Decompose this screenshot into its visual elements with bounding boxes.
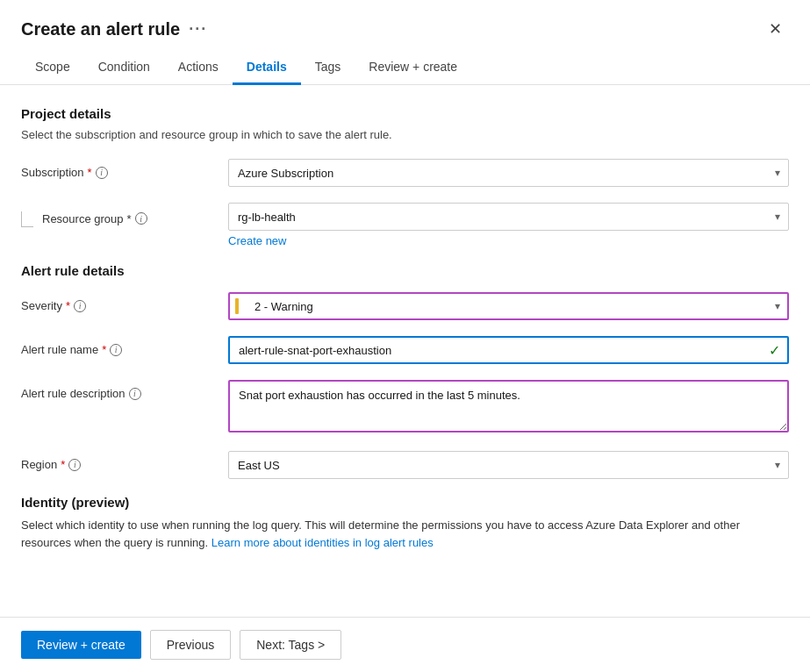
create-new-link[interactable]: Create new: [228, 234, 789, 247]
dialog-footer: Review + create Previous Next: Tags >: [0, 617, 810, 672]
region-control: East US West US East US 2 West Europe ▾: [228, 451, 789, 479]
severity-select-wrap: 0 - Critical 1 - Error 2 - Warning 3 - I…: [228, 292, 789, 320]
next-button[interactable]: Next: Tags >: [240, 630, 341, 660]
severity-select[interactable]: 0 - Critical 1 - Error 2 - Warning 3 - I…: [228, 292, 789, 320]
resource-group-control: rg-lb-health ▾ Create new: [228, 203, 789, 247]
identity-desc: Select which identity to use when runnin…: [21, 517, 789, 551]
subscription-label: Subscription * i: [21, 159, 214, 179]
severity-control: 0 - Critical 1 - Error 2 - Warning 3 - I…: [228, 292, 789, 320]
tabs-container: Scope Condition Actions Details Tags Rev…: [0, 51, 810, 85]
dialog-header: Create an alert rule ··· ✕: [0, 0, 810, 51]
project-details-section: Project details Select the subscription …: [21, 106, 789, 247]
alert-rule-name-control: ✓: [228, 336, 789, 364]
identity-learn-more-link[interactable]: Learn more about identities in log alert…: [211, 536, 434, 549]
tab-scope[interactable]: Scope: [21, 51, 84, 85]
alert-rule-details-section: Alert rule details Severity * i 0 - Crit…: [21, 263, 789, 479]
resource-group-select-wrap: rg-lb-health ▾: [228, 203, 789, 231]
severity-row: Severity * i 0 - Critical 1 - Error 2 - …: [21, 292, 789, 320]
alert-rule-name-required: *: [102, 343, 106, 356]
severity-indicator: [235, 298, 239, 314]
subscription-row: Subscription * i Azure Subscription ▾: [21, 159, 789, 187]
region-select[interactable]: East US West US East US 2 West Europe: [228, 451, 789, 479]
region-info-icon: i: [68, 459, 81, 471]
alert-rule-name-row: Alert rule name * i ✓: [21, 336, 789, 364]
alert-rule-desc-textarea[interactable]: Snat port exhaustion has occurred in the…: [228, 380, 789, 433]
alert-rule-details-title: Alert rule details: [21, 263, 789, 278]
close-button[interactable]: ✕: [762, 16, 789, 42]
tab-actions[interactable]: Actions: [164, 51, 233, 85]
alert-rule-desc-row: Alert rule description i Snat port exhau…: [21, 380, 789, 435]
review-create-button[interactable]: Review + create: [21, 631, 141, 659]
tab-details[interactable]: Details: [233, 51, 301, 85]
create-alert-rule-dialog: Create an alert rule ··· ✕ Scope Conditi…: [0, 0, 810, 672]
tab-tags[interactable]: Tags: [301, 51, 355, 85]
alert-rule-name-input-wrap: ✓: [228, 336, 789, 364]
alert-rule-name-input[interactable]: [228, 336, 789, 364]
subscription-control: Azure Subscription ▾: [228, 159, 789, 187]
resource-group-info-icon: i: [135, 212, 147, 225]
alert-rule-desc-label: Alert rule description i: [21, 380, 214, 400]
resource-group-label-wrap: Resource group * i: [21, 203, 214, 227]
alert-rule-desc-control: Snat port exhaustion has occurred in the…: [228, 380, 789, 435]
main-content: Project details Select the subscription …: [0, 85, 810, 617]
severity-info-icon: i: [74, 300, 86, 312]
dialog-title-dots: ···: [189, 20, 207, 39]
subscription-select[interactable]: Azure Subscription: [228, 159, 789, 187]
region-row: Region * i East US West US East US 2 Wes…: [21, 451, 789, 479]
alert-rule-name-check-icon: ✓: [769, 342, 780, 359]
severity-label: Severity * i: [21, 292, 214, 312]
resource-group-select[interactable]: rg-lb-health: [228, 203, 789, 231]
identity-section-title: Identity (preview): [21, 495, 789, 510]
resource-group-row: Resource group * i rg-lb-health ▾ Create…: [21, 203, 789, 247]
severity-required: *: [66, 299, 70, 312]
subscription-select-wrap: Azure Subscription ▾: [228, 159, 789, 187]
previous-button[interactable]: Previous: [150, 630, 231, 660]
alert-rule-desc-info-icon: i: [129, 388, 141, 400]
dialog-title-text: Create an alert rule: [21, 19, 180, 39]
subscription-info-icon: i: [96, 167, 108, 179]
alert-rule-name-label: Alert rule name * i: [21, 336, 214, 356]
region-label: Region * i: [21, 451, 214, 471]
resource-group-required: *: [127, 212, 132, 225]
dialog-title: Create an alert rule ···: [21, 19, 207, 39]
region-required: *: [61, 458, 65, 471]
identity-section: Identity (preview) Select which identity…: [21, 495, 789, 551]
region-select-wrap: East US West US East US 2 West Europe ▾: [228, 451, 789, 479]
subscription-required: *: [88, 166, 92, 179]
project-details-title: Project details: [21, 106, 789, 121]
alert-rule-name-info-icon: i: [110, 344, 122, 356]
project-details-desc: Select the subscription and resource gro…: [21, 128, 789, 141]
tab-review-create[interactable]: Review + create: [355, 51, 471, 85]
tab-condition[interactable]: Condition: [84, 51, 164, 85]
